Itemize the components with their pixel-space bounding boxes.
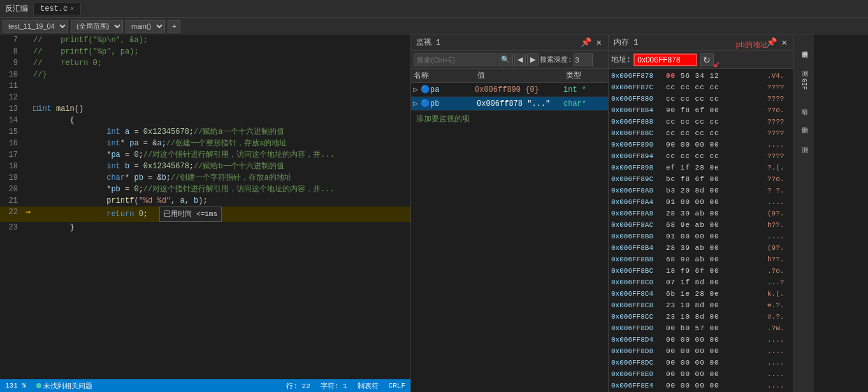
memory-content[interactable]: 0x006FF878 00 56 34 12 .V4. 0x006FF87C c… (609, 69, 793, 392)
code-line: 18 int b = 0x12345678;//赋给b一个十六进制的值 (0, 161, 410, 172)
mem-row: 0x006FF8D4 00 00 00 00 .... (609, 334, 793, 345)
mem-row: 0x006FF880 cc cc cc cc ???? (609, 93, 793, 105)
depth-label: 搜索深度: (540, 55, 572, 64)
watch-pin-btn[interactable]: 📌 (579, 37, 593, 48)
code-line: 20 *pb = 0;//对这个指针进行解引用，访问这个地址的内容，并... (0, 184, 410, 195)
mem-row: 0x006FF888 cc cc cc cc ???? (609, 116, 793, 127)
execution-arrow: ⇒ (23, 207, 33, 218)
col-val-header: 值 (475, 70, 563, 81)
sidebar-icon-2[interactable]: 测 (795, 56, 813, 74)
code-content[interactable]: 7 // printf("%p\n", &a); 8 // printf("%p… (0, 34, 410, 379)
sidebar-icon-6[interactable]: 测 (795, 133, 813, 150)
watch-var-type: int * (563, 85, 608, 94)
col-type-header: 类型 (563, 70, 608, 81)
add-btn[interactable]: + (168, 20, 180, 33)
watch-search-btn[interactable]: 🔍 (498, 54, 513, 66)
watch-var-name: pb (430, 99, 475, 108)
mem-row: 0x006FF890 00 00 00 00 .... (609, 139, 793, 150)
code-line: 13 □int main() (0, 103, 410, 115)
pb-arrow-icon: ↙ (713, 56, 720, 70)
code-line: 21 printf("%d %d", a, b); (0, 195, 410, 207)
code-line: 8 // printf("%p", pa); (0, 46, 410, 57)
zoom-indicator[interactable]: 131 % (5, 382, 26, 389)
sidebar-icon-5[interactable]: 删 (795, 113, 813, 131)
memory-addr-row: 地址: ↻ pb的地址 ↙ (609, 51, 793, 69)
right-sidebar: 渐进边框 测 GIF 暗 删 测 (793, 34, 814, 392)
watch-search-input[interactable] (414, 54, 496, 66)
mem-row: 0x006FF878 00 56 34 12 .V4. (609, 70, 793, 82)
mem-row: 0x006FF8A0 b3 20 8d 00 ? ?. (609, 185, 793, 196)
mem-row: 0x006FF8AC 68 9e ab 00 h??. (609, 219, 793, 231)
line-ending: CRLF (389, 382, 405, 389)
mem-row: 0x006FF8A8 28 39 ab 00 (9?. (609, 208, 793, 219)
mem-row: 0x006FF8D0 00 b0 57 00 .?W. (609, 323, 793, 334)
code-line-active: 22 ⇒ return 0; 已用时间 <=1ms (0, 207, 410, 222)
mem-row: 0x006FF8A4 01 00 00 00 .... (609, 196, 793, 208)
refresh-btn[interactable]: ↻ (700, 54, 714, 66)
mem-chars: .V4. (765, 70, 793, 82)
mem-row: 0x006FF8B8 68 9e ab 00 h??. (609, 254, 793, 265)
addr-label: 地址: (611, 54, 631, 65)
watch-search-row: 🔍 ◀ ▶ 搜索深度: (411, 51, 608, 69)
sidebar-icon-1[interactable]: 渐进边框 (795, 37, 813, 55)
depth-input[interactable] (574, 54, 593, 66)
mem-row: 0x006FF894 cc cc cc cc ???? (609, 150, 793, 162)
addr-input[interactable] (633, 54, 697, 66)
watch-var-value: 0x006ff878 "..." (475, 99, 563, 109)
watch-var-value: 0x006ff890 {0} (475, 85, 563, 94)
code-line: 9 // return 0; (0, 57, 410, 69)
line-info: 行: 22 (286, 381, 310, 391)
code-editor: 7 // printf("%p\n", &a); 8 // printf("%p… (0, 34, 411, 392)
code-line: 15 int a = 0x12345678;//赋给a一个十六进制的值 (0, 126, 410, 138)
editor-tab[interactable]: test.c × (33, 3, 81, 15)
col-name-header: 名称 (411, 70, 475, 81)
code-line: 19 char* pb = &b;//创建一个字符指针，存放a的地址 (0, 172, 410, 184)
code-line: 10 //} (0, 69, 410, 80)
watch-panel: 监视 1 📌 ✕ 🔍 ◀ ▶ 搜索深度: 名称 值 类型 ▷ 🔵 pa 0x00… (411, 34, 609, 392)
func-select[interactable]: main() (126, 20, 165, 33)
mem-row: 0x006FF88C cc cc cc cc ???? (609, 127, 793, 139)
mem-bytes: 00 56 34 12 (666, 70, 765, 82)
mem-row: 0x006FF8B0 01 00 00 00 .... (609, 231, 793, 242)
sidebar-icon-3[interactable]: GIF (795, 75, 813, 93)
mem-addr: 0x006FF878 (609, 70, 666, 82)
mem-row: 0x006FF8C4 6b 1e 28 0e k.(. (609, 288, 793, 300)
watch-row-pb[interactable]: ▷ 🔵 pb 0x006ff878 "..." char* (411, 97, 608, 111)
top-bar-title: 反汇编 (5, 3, 28, 14)
mem-row: 0x006FF89C bc f8 6f 00 ??o. (609, 173, 793, 185)
sidebar-icon-4[interactable]: 暗 (795, 94, 813, 112)
indent-mode: 制表符 (358, 381, 379, 391)
mem-row: 0x006FF898 ef 1f 28 0e ?.(. (609, 162, 793, 173)
mem-row: 0x006FF87C cc cc cc cc ???? (609, 82, 793, 93)
status-dot (36, 383, 41, 388)
memory-close-btn[interactable]: ✕ (781, 37, 788, 48)
mem-row: 0x006FF8E4 00 00 00 00 .... (609, 380, 793, 391)
file-select[interactable]: test_11_19_04 (3, 20, 68, 33)
expand-icon: ▷ (411, 85, 420, 94)
tab-label: test.c (40, 4, 68, 13)
watch-panel-title: 监视 1 (416, 37, 577, 48)
pb-annotation: pb的地址 (736, 40, 768, 50)
mem-row: 0x006FF8BC 18 f9 6f 00 .?o. (609, 265, 793, 277)
code-line: 12 (0, 92, 410, 103)
watch-close-btn[interactable]: ✕ (595, 37, 603, 48)
memory-panel: 内存 1 📌 ✕ 地址: ↻ pb的地址 ↙ 0x006FF878 00 56 … (609, 34, 793, 392)
code-line: 23 } (0, 222, 410, 233)
add-watch-btn[interactable]: 添加要监视的项 (411, 111, 608, 127)
code-line: 14 { (0, 115, 410, 126)
watch-prev-btn[interactable]: ◀ (514, 54, 526, 66)
watch-item-icon: 🔵 (420, 85, 430, 94)
watch-var-type: char* (563, 99, 608, 108)
mem-row: 0x006FF8B4 28 39 ab 00 (9?. (609, 242, 793, 254)
expand-icon: ▷ (411, 99, 420, 108)
watch-row-pa[interactable]: ▷ 🔵 pa 0x006ff890 {0} int * (411, 83, 608, 97)
top-bar: 反汇编 test.c × (0, 0, 868, 18)
mem-row: 0x006FF8C0 07 1f 8d 00 ...? (609, 277, 793, 288)
scope-select[interactable]: (全局范围) (71, 20, 123, 33)
watch-next-btn[interactable]: ▶ (527, 54, 539, 66)
tab-close-btn[interactable]: × (70, 6, 74, 13)
problem-status: 未找到相关问题 (36, 381, 92, 391)
mem-row: 0x006FF884 90 f8 6f 00 ??o. (609, 105, 793, 116)
status-bar: 131 % 未找到相关问题 行: 22 字符: 1 制表符 CRLF (0, 379, 410, 392)
code-line: 11 (0, 80, 410, 92)
